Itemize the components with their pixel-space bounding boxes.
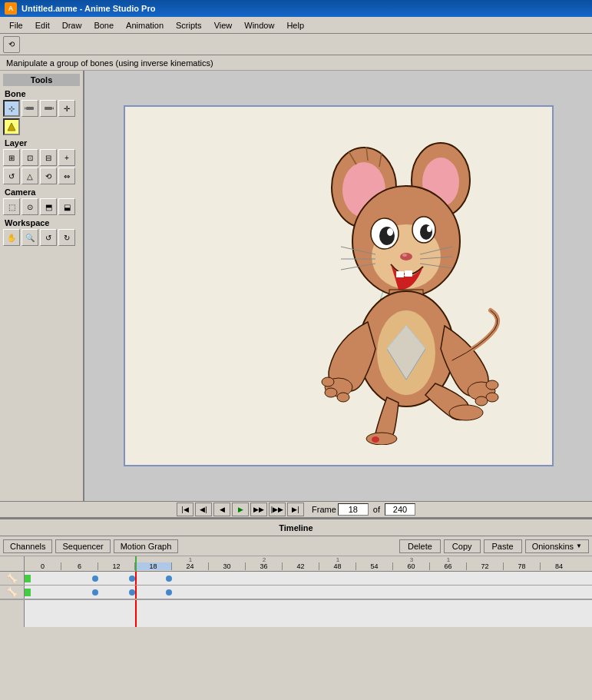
jerry-illustration bbox=[299, 122, 521, 453]
motion-graph-tab[interactable]: Motion Graph bbox=[114, 539, 179, 553]
bone-tool-2[interactable] bbox=[21, 100, 38, 117]
toolbar-row: ⟲ bbox=[0, 34, 592, 55]
bone-tools-row1: ⊹ ✛ bbox=[3, 100, 80, 117]
keyframe-1-1[interactable] bbox=[92, 576, 98, 582]
empty-track-space bbox=[0, 599, 592, 627]
prev-keyframe-btn[interactable]: ◀| bbox=[195, 503, 212, 516]
menu-edit[interactable]: Edit bbox=[29, 19, 56, 32]
camera-tool-1[interactable]: ⬚ bbox=[3, 198, 20, 215]
svg-rect-26 bbox=[396, 271, 404, 277]
keyframe-2-3[interactable] bbox=[166, 589, 172, 595]
sequencer-tab[interactable]: Sequencer bbox=[55, 539, 110, 553]
layer-tool-4[interactable]: + bbox=[58, 149, 75, 166]
keyframe-2-1[interactable] bbox=[92, 589, 98, 595]
menu-window[interactable]: Window bbox=[238, 19, 280, 32]
layer-tool-1[interactable]: ⊞ bbox=[3, 149, 20, 166]
workspace-tool-3[interactable]: ↺ bbox=[40, 229, 57, 246]
onionskins-btn[interactable]: Onionskins ▼ bbox=[525, 539, 589, 553]
channels-tab[interactable]: Channels bbox=[3, 539, 52, 553]
layer-tool-7[interactable]: ⟲ bbox=[40, 168, 57, 184]
tools-header: Tools bbox=[3, 74, 80, 86]
next-frame-btn[interactable]: ▶▶ bbox=[250, 503, 267, 516]
svg-point-45 bbox=[486, 380, 498, 390]
prev-frame-btn[interactable]: ◀ bbox=[213, 503, 230, 516]
layer-tool-6[interactable]: △ bbox=[21, 168, 38, 184]
workspace-tool-2[interactable]: 🔍 bbox=[21, 229, 38, 246]
bone-section-label: Bone bbox=[5, 89, 80, 98]
app-title: Untitled.anme - Anime Studio Pro bbox=[21, 4, 155, 13]
delete-btn[interactable]: Delete bbox=[399, 539, 441, 553]
svg-point-48 bbox=[366, 433, 397, 445]
workspace-tool-1[interactable]: ✋ bbox=[3, 229, 20, 246]
frame-label: Frame bbox=[312, 505, 336, 514]
copy-btn[interactable]: Copy bbox=[444, 539, 481, 553]
toolbox: Tools Bone ⊹ ✛ Layer ⊞ ⊡ ⊟ + ↺ bbox=[0, 71, 84, 501]
track-2-content[interactable] bbox=[25, 586, 592, 599]
layer-tools-row1: ⊞ ⊡ ⊟ + bbox=[3, 149, 80, 166]
keyframe-1-2[interactable] bbox=[129, 576, 135, 582]
svg-marker-4 bbox=[8, 123, 15, 131]
empty-playhead bbox=[135, 600, 137, 627]
svg-point-24 bbox=[400, 253, 412, 260]
track-1-content[interactable] bbox=[25, 572, 592, 585]
last-frame-btn[interactable]: ▶| bbox=[287, 503, 304, 516]
toolbar-bone-btn[interactable]: ⟲ bbox=[3, 36, 20, 53]
canvas-frame bbox=[124, 105, 554, 466]
svg-point-43 bbox=[337, 393, 349, 402]
menu-animation[interactable]: Animation bbox=[120, 19, 170, 32]
status-message: Manipulate a group of bones (using inver… bbox=[6, 58, 213, 68]
menu-bar: File Edit Draw Bone Animation Scripts Vi… bbox=[0, 17, 592, 34]
onionskins-arrow: ▼ bbox=[576, 542, 582, 549]
menu-bone[interactable]: Bone bbox=[88, 19, 120, 32]
camera-tool-3[interactable]: ⬒ bbox=[40, 198, 57, 215]
bone-tools-row2 bbox=[3, 118, 80, 135]
svg-rect-2 bbox=[45, 107, 52, 110]
svg-point-23 bbox=[427, 226, 432, 232]
timeline-toolbar: Channels Sequencer Motion Graph Delete C… bbox=[0, 536, 592, 556]
play-btn[interactable]: ▶ bbox=[232, 503, 249, 516]
next-keyframe-btn[interactable]: |▶▶ bbox=[269, 503, 286, 516]
bone-tool-1[interactable]: ⊹ bbox=[3, 100, 20, 117]
layer-tool-2[interactable]: ⊡ bbox=[21, 149, 38, 166]
camera-section-label: Camera bbox=[5, 187, 80, 197]
menu-file[interactable]: File bbox=[3, 19, 29, 32]
ruler-corner bbox=[0, 556, 25, 571]
ruler-playhead bbox=[135, 556, 137, 571]
svg-marker-1 bbox=[25, 107, 26, 110]
bone-tool-5[interactable] bbox=[3, 118, 20, 135]
menu-draw[interactable]: Draw bbox=[56, 19, 88, 32]
keyframe-1-3[interactable] bbox=[166, 576, 172, 582]
layer-section-label: Layer bbox=[5, 138, 80, 148]
paste-btn[interactable]: Paste bbox=[484, 539, 522, 553]
bone-tool-4[interactable]: ✛ bbox=[58, 100, 75, 117]
keyframe-2-2[interactable] bbox=[129, 589, 135, 595]
timeline-title: Timeline bbox=[279, 523, 313, 532]
status-bar: Manipulate a group of bones (using inver… bbox=[0, 55, 592, 71]
menu-help[interactable]: Help bbox=[280, 19, 310, 32]
camera-tool-2[interactable]: ⊙ bbox=[21, 198, 38, 215]
menu-scripts[interactable]: Scripts bbox=[170, 19, 208, 32]
timeline-header: Timeline bbox=[0, 519, 592, 536]
camera-tool-4[interactable]: ⬓ bbox=[58, 198, 75, 215]
canvas-area bbox=[84, 71, 592, 501]
track-row-1: 🦴 bbox=[0, 572, 592, 586]
svg-point-41 bbox=[322, 377, 334, 386]
menu-view[interactable]: View bbox=[208, 19, 239, 32]
svg-point-19 bbox=[379, 227, 395, 245]
bone-tool-3[interactable] bbox=[40, 100, 57, 117]
total-frames-input[interactable]: 240 bbox=[385, 503, 415, 516]
first-frame-btn[interactable]: |◀ bbox=[177, 503, 193, 516]
current-frame-input[interactable]: 18 bbox=[338, 503, 369, 516]
track-2-label: 🦴 bbox=[0, 586, 25, 599]
main-area: Tools Bone ⊹ ✛ Layer ⊞ ⊡ ⊟ + ↺ bbox=[0, 71, 592, 501]
layer-tool-3[interactable]: ⊟ bbox=[40, 149, 57, 166]
workspace-section-label: Workspace bbox=[5, 218, 80, 227]
track-row-2: 🦴 bbox=[0, 586, 592, 599]
svg-point-25 bbox=[402, 254, 407, 257]
workspace-tool-4[interactable]: ↻ bbox=[58, 229, 75, 246]
layer-tool-5[interactable]: ↺ bbox=[3, 168, 20, 184]
timeline-section: Timeline Channels Sequencer Motion Graph… bbox=[0, 518, 592, 629]
layer-tool-8[interactable]: ⇔ bbox=[58, 168, 75, 184]
app-icon: A bbox=[5, 2, 17, 15]
svg-point-20 bbox=[387, 228, 393, 236]
